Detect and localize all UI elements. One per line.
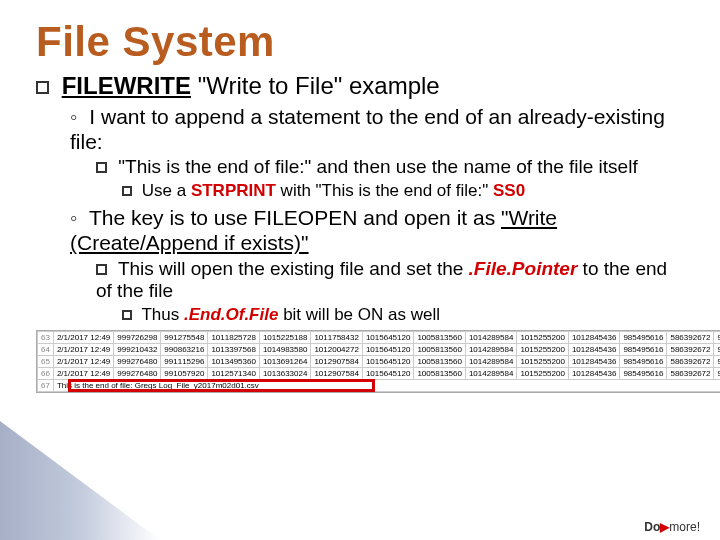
row-number: 63 [38,331,54,343]
row-timestamp: 2/1/2017 12:49 [53,343,113,355]
row-cell: 1015255200 [517,355,569,367]
square-bullet-icon [36,81,49,94]
row-cell: 1012845436 [568,331,620,343]
slide-title: File System [36,18,684,66]
row-cell: 1015645120 [362,331,414,343]
arrow-icon: ▶ [660,520,669,534]
row-cell: 1015255200 [517,331,569,343]
row-cell: 999210432 [114,343,161,355]
row-cell: 991115296 [161,355,208,367]
row-cell: 1015645120 [362,343,414,355]
row-cell: 985495616 [620,331,667,343]
row-cell: 1013633024 [259,367,311,379]
cmd-strprint: STRPRINT [191,181,276,200]
row-number: 64 [38,343,54,355]
table-row-eof: 67This is the end of file: Gregs Log_Fil… [38,379,721,391]
row-cell: 991275548 [161,331,208,343]
table-row: 632/1/2017 12:49999726298991275548101182… [38,331,721,343]
row-cell: 1015225188 [259,331,311,343]
row-cell: 1011825728 [208,331,260,343]
row-cell: 1014289584 [465,343,517,355]
row-cell: 586392672 [667,367,714,379]
footer-logo: Do▶more! [644,520,700,534]
text-pre: This will open the existing file and set… [118,258,469,279]
table-row: 652/1/2017 12:49999276480991115296101349… [38,355,721,367]
row-number: 65 [38,355,54,367]
row-cell: 586392672 [667,343,714,355]
text-pre: Thus [141,305,184,324]
row-cell: 1012571340 [208,367,260,379]
row-cell: 991057920 [161,367,208,379]
square-bullet-icon [96,162,107,173]
row-cell: 990863216 [161,343,208,355]
var-endoffile: .End.Of.File [184,305,278,324]
bullet-endoffile: Thus .End.Of.File bit will be ON as well [122,305,684,325]
row-timestamp: 2/1/2017 12:49 [53,367,113,379]
text-pre: Use a [142,181,191,200]
row-cell: 1015645120 [362,355,414,367]
logo-do: Do [644,520,660,534]
row-cell: 999726298 [114,331,161,343]
row-cell: 1005813560 [414,367,466,379]
row-timestamp: 2/1/2017 12:49 [53,355,113,367]
bullet-text: I want to append a statement to the end … [70,105,665,153]
row-eof-text: This is the end of file: Gregs Log_File_… [53,379,720,391]
row-cell: 978971584 [714,331,720,343]
row-cell: 1011758432 [311,331,363,343]
row-cell: 1015255200 [517,367,569,379]
table-row: 642/1/2017 12:49999210432990863216101339… [38,343,721,355]
logo-more: more! [669,520,700,534]
row-cell: 1012004272 [311,343,363,355]
row-cell: 586392672 [667,355,714,367]
text-pre: The key is to use [89,206,254,229]
row-cell: 1005813560 [414,355,466,367]
row-cell: 1005813560 [414,343,466,355]
circle-bullet-icon: ◦ [70,104,77,129]
highlight-box [68,379,375,392]
row-cell: 1015255200 [517,343,569,355]
table-row: 662/1/2017 12:49999276480991057920101257… [38,367,721,379]
var-filepointer: .File.Pointer [469,258,578,279]
bullet-text: "This is the end of file:" and then use … [118,156,637,177]
bullet-strprint-usage: Use a STRPRINT with "This is the end of … [122,181,684,201]
row-timestamp: 2/1/2017 12:49 [53,331,113,343]
slide: File System FILEWRITE "Write to File" ex… [0,0,720,540]
row-cell: 978971584 [714,367,720,379]
row-cell: 1015645120 [362,367,414,379]
bullet-append-intent: ◦ I want to append a statement to the en… [70,104,684,154]
row-cell: 999276480 [114,355,161,367]
text-post: bit will be ON as well [278,305,440,324]
row-cell: 1013691264 [259,355,311,367]
row-cell: 1012907584 [311,367,363,379]
row-cell: 999276480 [114,367,161,379]
bullet-fileopen-key: ◦ The key is to use FILEOPEN and open it… [70,205,684,255]
row-cell: 1005813560 [414,331,466,343]
row-cell: 1014289584 [465,331,517,343]
circle-bullet-icon: ◦ [70,205,77,230]
row-cell: 978971584 [714,343,720,355]
square-bullet-icon [122,310,132,320]
row-cell: 1014983580 [259,343,311,355]
row-number: 67 [38,379,54,391]
headline-line: FILEWRITE "Write to File" example [36,72,684,100]
row-cell: 985495616 [620,343,667,355]
square-bullet-icon [122,186,132,196]
log-table: 632/1/2017 12:49999726298991275548101182… [36,330,720,393]
row-cell: 1014289584 [465,367,517,379]
square-bullet-icon [96,264,107,275]
row-cell: 985495616 [620,367,667,379]
row-cell: 1012845436 [568,343,620,355]
row-cell: 1013495360 [208,355,260,367]
text-mid: and open it as [357,206,501,229]
row-cell: 1012907584 [311,355,363,367]
bullet-filepointer: This will open the existing file and set… [96,258,684,304]
row-cell: 985495616 [620,355,667,367]
bullet-end-of-file-string: "This is the end of file:" and then use … [96,156,684,179]
row-cell: 978971584 [714,355,720,367]
headline-rest: "Write to File" example [191,72,440,99]
row-cell: 1012845436 [568,355,620,367]
cmd-filewrite: FILEWRITE [62,72,191,99]
row-number: 66 [38,367,54,379]
cmd-fileopen: FILEOPEN [254,206,358,229]
text-mid: with "This is the end of file:" [276,181,493,200]
